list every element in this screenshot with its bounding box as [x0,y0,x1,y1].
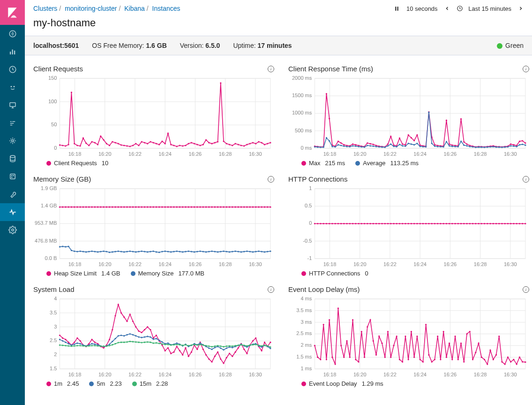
svg-point-168 [387,144,389,145]
nav-discover-icon[interactable] [0,25,25,43]
svg-point-413 [135,251,136,252]
time-next-button[interactable] [518,6,524,11]
svg-point-774 [185,344,186,345]
svg-point-547 [495,223,497,224]
svg-point-551 [507,223,509,224]
nav-management-icon[interactable] [0,221,25,239]
time-range-picker[interactable]: Last 15 minutes [457,5,511,12]
chart-plot[interactable]: 0.0 B476.8 MB953.7 MB1.4 GB1.9 GB16:1816… [33,186,274,268]
chart-plot[interactable]: -1-0.500.5116:1816:2016:2216:2416:2616:2… [288,186,529,268]
pause-button[interactable] [394,6,400,12]
svg-point-250 [413,144,415,145]
svg-point-845 [349,357,351,358]
svg-point-423 [165,251,166,252]
svg-point-749 [112,344,113,345]
svg-point-98 [214,142,216,144]
svg-point-890 [481,357,482,358]
kibana-logo[interactable] [0,0,25,25]
breadcrumb-clusters[interactable]: Clusters [33,5,57,12]
svg-point-260 [443,146,444,147]
legend-item[interactable]: Average113.25 ms [355,160,419,167]
time-prev-button[interactable] [444,6,450,11]
svg-point-793 [240,344,242,345]
nav-apm-icon[interactable] [0,168,25,185]
breadcrumb-cluster[interactable]: monitoring-cluster [65,5,117,12]
legend-item[interactable]: Event Loop Delay1.29 ms [301,380,383,387]
nav-monitoring-icon[interactable] [0,203,25,221]
info-icon[interactable]: i [523,176,529,183]
svg-point-545 [489,223,491,224]
svg-point-555 [519,223,520,224]
svg-point-895 [495,354,497,356]
legend-dot-icon [46,382,51,386]
breadcrumb-instances[interactable]: Instances [152,5,180,12]
svg-text:2 ms: 2 ms [300,342,312,348]
svg-point-763 [153,343,154,344]
legend-item[interactable]: Client Requests10 [46,160,108,167]
chart-plot[interactable]: 0 ms500 ms1000 ms1500 ms2000 ms16:1816:2… [288,76,529,158]
nav-canvas-icon[interactable] [0,96,25,114]
nav-infra-icon[interactable] [0,132,25,150]
chart-plot[interactable]: 1.522.533.5416:1816:2016:2216:2416:2616:… [33,296,274,378]
svg-point-251 [416,143,418,144]
legend-item[interactable]: 1m2.45 [46,380,79,387]
nav-devtools-icon[interactable] [0,185,25,203]
svg-rect-11 [10,125,12,126]
svg-point-508 [381,223,382,224]
svg-point-516 [405,223,406,224]
svg-point-360 [194,206,195,208]
legend-item[interactable]: 5m2.23 [89,380,121,387]
svg-text:16:26: 16:26 [444,151,457,157]
legend-item[interactable]: HTTP Connections0 [301,270,368,277]
chart-panel-client_response_time: Client Response Time (ms)i0 ms500 ms1000… [288,62,529,170]
svg-point-352 [170,206,172,208]
svg-point-871 [425,324,427,325]
legend-item[interactable]: 15m2.28 [132,380,168,387]
info-icon[interactable]: i [268,176,274,183]
refresh-interval[interactable]: 10 seconds [406,5,438,12]
svg-point-214 [522,140,523,141]
nav-timelion-icon[interactable] [0,78,25,96]
svg-point-194 [463,141,465,143]
svg-point-711 [214,347,216,348]
info-icon[interactable]: i [523,286,529,293]
svg-point-386 [270,206,271,208]
chart-plot[interactable]: 05010015016:1816:2016:2216:2416:2616:281… [33,76,274,158]
nav-dashboard-icon[interactable] [0,61,25,78]
svg-point-79 [158,144,160,145]
info-icon[interactable]: i [523,66,529,72]
breadcrumb-kibana[interactable]: Kibana [124,5,145,12]
svg-point-532 [451,223,453,224]
nav-logs-icon[interactable] [0,150,25,168]
svg-point-494 [340,223,342,224]
svg-point-678 [118,335,119,336]
svg-point-175 [408,134,409,136]
svg-point-415 [141,251,142,252]
svg-point-520 [416,223,418,224]
svg-point-177 [413,140,415,141]
legend-item[interactable]: Heap Size Limit1.4 GB [46,270,120,277]
nav-visualize-icon[interactable] [0,43,25,61]
svg-point-493 [337,223,339,224]
nav-ml-icon[interactable] [0,114,25,132]
svg-point-901 [513,359,514,360]
info-icon[interactable]: i [268,66,274,72]
svg-point-103 [229,144,230,145]
svg-point-95 [205,139,207,141]
legend-value: 2.45 [67,380,79,387]
svg-point-215 [525,142,526,144]
info-icon[interactable]: i [268,286,274,293]
svg-point-710 [211,349,212,350]
legend-item[interactable]: Max215 ms [301,160,345,167]
svg-point-157 [355,144,356,145]
chart-plot[interactable]: 1 ms1.5 ms2 ms2.5 ms3 ms3.5 ms4 ms16:181… [288,296,529,378]
svg-point-748 [109,345,110,346]
svg-point-621 [165,350,166,352]
svg-point-321 [80,206,81,208]
svg-point-646 [238,347,239,349]
svg-point-648 [243,349,245,350]
legend-item[interactable]: Memory Size177.0 MB [131,270,205,277]
svg-point-420 [156,251,157,252]
svg-text:16:18: 16:18 [68,151,82,157]
svg-point-363 [202,206,204,208]
